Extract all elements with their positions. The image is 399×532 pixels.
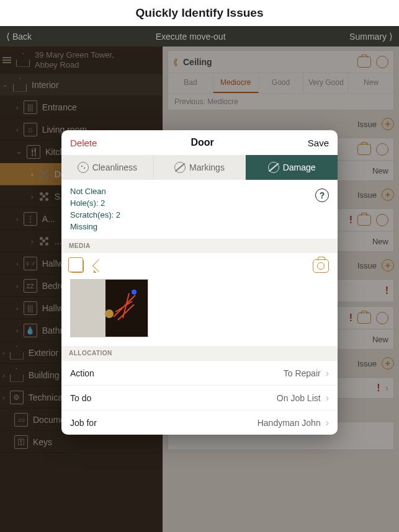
chevron-down-icon: ⌄	[2, 81, 8, 89]
home-icon	[16, 53, 30, 67]
camera-icon[interactable]	[357, 144, 371, 155]
document-icon: ▭	[14, 413, 28, 427]
issue-label: Issue	[357, 190, 377, 200]
add-issue-button[interactable]	[382, 357, 394, 370]
home-icon	[13, 78, 27, 92]
rating-new[interactable]: New	[349, 73, 393, 93]
topbar-title: Execute move-out	[156, 32, 226, 42]
markings-icon	[174, 162, 186, 173]
gallery-icon[interactable]	[70, 259, 84, 273]
rating-verygood[interactable]: Very Good	[303, 73, 349, 93]
camera-icon[interactable]	[357, 215, 371, 226]
sidebar-interior[interactable]: ⌄ Interior	[0, 74, 163, 96]
summary-button[interactable]: Summary⟩	[349, 31, 393, 42]
expand-icon[interactable]	[376, 214, 388, 226]
rating-mediocre[interactable]: Mediocre	[213, 73, 259, 93]
add-issue-button[interactable]	[382, 118, 394, 130]
damage-summary: Not Clean Hole(s): 2 Scratch(es): 2 Miss…	[61, 180, 338, 239]
chevron-right-icon: ›	[326, 417, 329, 428]
key-icon: ⚿	[14, 435, 28, 449]
tab-damage[interactable]: Damage	[246, 155, 338, 180]
door-modal: Delete Door Save Cleanliness Markings Da…	[61, 130, 338, 435]
back-button[interactable]: ⟨Back	[6, 31, 32, 42]
cleanliness-icon	[78, 162, 89, 173]
modal-title: Door	[191, 137, 213, 148]
damage-icon	[268, 162, 279, 173]
save-button[interactable]: Save	[308, 138, 329, 148]
chevron-right-icon: ›	[326, 392, 329, 404]
rating-good[interactable]: Good	[259, 73, 304, 93]
camera-icon[interactable]	[357, 56, 371, 68]
topbar: ⟨Back Execute move-out Summary⟩	[0, 26, 399, 47]
add-issue-button[interactable]	[382, 259, 394, 272]
expand-icon[interactable]	[376, 143, 388, 156]
help-icon[interactable]: ?	[315, 188, 329, 202]
hazard-icon[interactable]: ⟪	[173, 57, 178, 67]
sidebar-item-entrance[interactable]: ›|||Entrance	[0, 96, 163, 118]
card-ceiling: ⟪ Ceiling Bad Mediocre Good Very Good Ne…	[168, 50, 394, 110]
tab-cleanliness[interactable]: Cleanliness	[61, 155, 154, 180]
issue-label: Issue	[357, 120, 377, 129]
tab-markings[interactable]: Markings	[154, 155, 246, 180]
camera-icon[interactable]	[313, 259, 329, 273]
expand-icon[interactable]	[376, 56, 388, 68]
previous-value: Previous: Mediocre	[168, 94, 393, 110]
svg-point-0	[132, 290, 137, 295]
rating-bad[interactable]: Bad	[168, 73, 213, 93]
expand-icon[interactable]	[376, 312, 388, 324]
media-thumbnail[interactable]	[70, 279, 148, 337]
chevron-left-icon: ⟨	[6, 31, 10, 42]
chevron-right-icon: ›	[326, 368, 329, 379]
dots-icon	[38, 169, 50, 180]
delete-button[interactable]: Delete	[70, 138, 97, 148]
menu-icon[interactable]	[2, 57, 11, 63]
sidebar-address[interactable]: 39 Mary Green Tower,Abbey Road	[0, 47, 163, 74]
alert-icon: !	[377, 383, 380, 394]
camera-icon[interactable]	[357, 313, 371, 324]
page-title: Quickly Identify Issues	[0, 0, 399, 26]
modal-tabs: Cleanliness Markings Damage	[61, 155, 338, 180]
row-action[interactable]: Action To Repair›	[61, 360, 338, 385]
add-issue-button[interactable]	[382, 188, 394, 201]
media-label: MEDIA	[61, 239, 338, 253]
row-job[interactable]: Job for Handyman John›	[61, 410, 338, 435]
gear-icon: ⚙	[10, 391, 24, 404]
chevron-right-icon: ⟩	[389, 31, 393, 42]
allocation-label: ALLOCATION	[61, 346, 338, 360]
pencil-icon[interactable]	[92, 259, 106, 273]
row-todo[interactable]: To do On Job List›	[61, 385, 338, 410]
new-label: New	[372, 166, 388, 175]
rating-row: Bad Mediocre Good Very Good New	[168, 73, 393, 94]
